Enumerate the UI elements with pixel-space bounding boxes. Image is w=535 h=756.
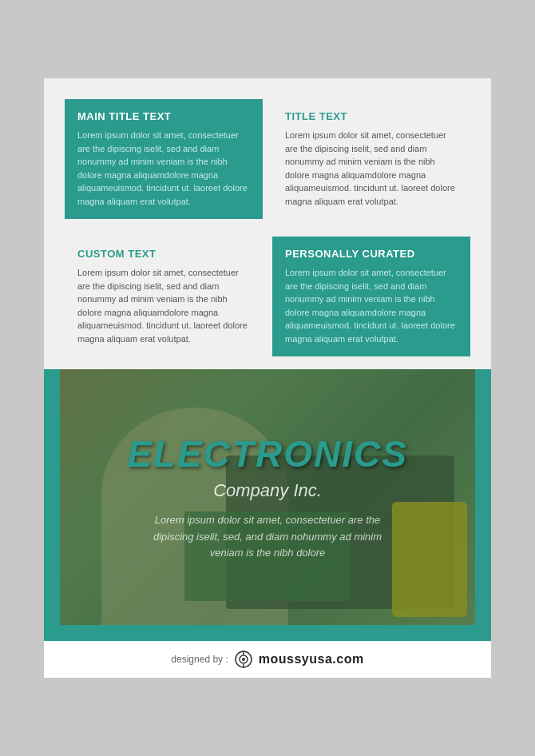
green-section: ELECTRONICS Company Inc. Lorem ipsum dol… [44, 369, 491, 641]
top-section: MAIN TITLE TEXT Lorem ipsum dolor sit am… [44, 78, 491, 232]
block-custom-text-heading: CUSTOM TEXT [77, 248, 250, 260]
page-container: MAIN TITLE TEXT Lorem ipsum dolor sit am… [44, 78, 491, 678]
footer-designed-by-label: designed by : [171, 654, 228, 665]
image-body-text: Lorem ipsum dolor sit amet, consectetuer… [140, 512, 395, 562]
block-custom-text-body: Lorem ipsum dolor sit amet, consectetuer… [77, 266, 250, 345]
electronics-title: ELECTRONICS [127, 432, 408, 475]
block-personally-curated-heading: PERSONALLY CURATED [285, 248, 458, 260]
block-main-title-heading: MAIN TITLE TEXT [77, 110, 250, 122]
svg-point-2 [242, 658, 245, 661]
footer-logo-icon [235, 651, 252, 668]
block-title-text-body: Lorem ipsum dolor sit amet, consectetuer… [285, 129, 458, 208]
bottom-section: CUSTOM TEXT Lorem ipsum dolor sit amet, … [44, 232, 491, 369]
block-main-title-body: Lorem ipsum dolor sit amet, consectetuer… [77, 129, 250, 208]
footer-url: moussyusa.com [259, 652, 364, 666]
footer: designed by : moussyusa.com [44, 641, 491, 678]
block-custom-text: CUSTOM TEXT Lorem ipsum dolor sit amet, … [65, 237, 263, 356]
block-personally-curated-body: Lorem ipsum dolor sit amet, consectetuer… [285, 266, 458, 345]
image-section: ELECTRONICS Company Inc. Lorem ipsum dol… [60, 369, 475, 625]
block-personally-curated: PERSONALLY CURATED Lorem ipsum dolor sit… [272, 237, 470, 356]
image-text-overlay: ELECTRONICS Company Inc. Lorem ipsum dol… [60, 369, 475, 625]
block-title-text-heading: TITLE TEXT [285, 110, 458, 122]
company-name: Company Inc. [213, 480, 322, 501]
block-title-text: TITLE TEXT Lorem ipsum dolor sit amet, c… [272, 99, 470, 219]
block-main-title: MAIN TITLE TEXT Lorem ipsum dolor sit am… [65, 99, 263, 219]
